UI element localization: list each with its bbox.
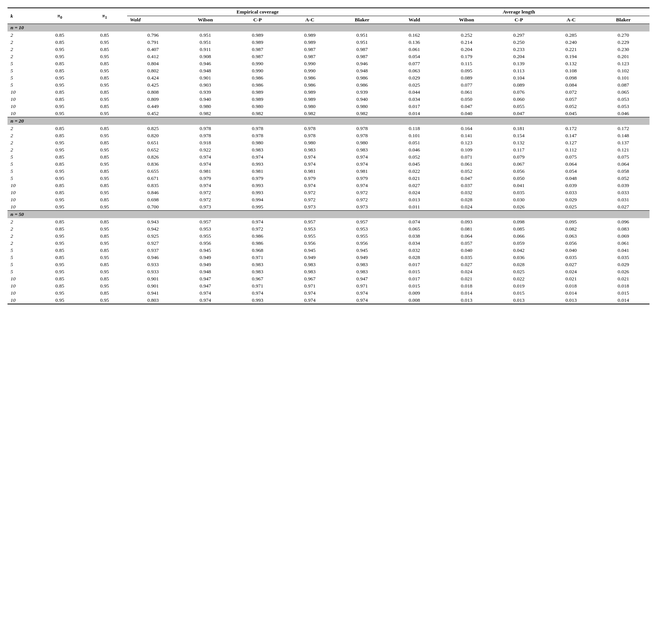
cell: 0.032 <box>441 189 493 196</box>
cell: 0.955 <box>284 232 336 240</box>
cell: 0.85 <box>82 289 127 297</box>
cell: 0.017 <box>388 275 440 282</box>
cell: 0.903 <box>179 81 231 88</box>
table-row: 50.850.950.8020.9480.9900.9900.9480.0630… <box>8 67 650 74</box>
table-row: 50.850.850.8260.9740.9740.9740.9740.0520… <box>8 153 650 160</box>
cell: 0.082 <box>545 225 597 232</box>
cell: 0.027 <box>597 203 650 211</box>
cell: 0.980 <box>231 139 284 146</box>
cell: 0.85 <box>82 218 127 225</box>
cell: 0.989 <box>231 39 284 46</box>
cell: 0.700 <box>127 203 179 211</box>
cell: 0.252 <box>441 31 493 39</box>
cell: 0.981 <box>179 168 231 175</box>
cell: 0.024 <box>441 203 493 211</box>
table-row: 20.950.950.6520.9220.9830.9830.9830.0460… <box>8 146 650 153</box>
cell: 5 <box>8 60 38 67</box>
cell: 0.939 <box>336 88 388 96</box>
cell: 2 <box>8 125 38 132</box>
cell: 5 <box>8 168 38 175</box>
cell: 0.948 <box>179 67 231 74</box>
cell: 0.154 <box>493 132 545 139</box>
cell: 0.983 <box>231 146 284 153</box>
cell: 0.980 <box>336 103 388 110</box>
cell: 0.137 <box>597 139 650 146</box>
cell: 10 <box>8 275 38 282</box>
cell: 0.058 <box>597 168 650 175</box>
cell: 0.026 <box>597 268 650 275</box>
cell: 0.95 <box>82 189 127 196</box>
cell: 0.956 <box>284 240 336 247</box>
cell: 0.033 <box>545 189 597 196</box>
cell: 0.024 <box>545 268 597 275</box>
cell: 0.046 <box>388 146 440 153</box>
cell: 0.945 <box>284 247 336 254</box>
cell: 0.974 <box>284 160 336 168</box>
cell: 0.077 <box>388 60 440 67</box>
cell: 0.990 <box>284 67 336 74</box>
cell: 0.117 <box>493 146 545 153</box>
cell: 0.85 <box>82 261 127 268</box>
cell: 0.85 <box>82 125 127 132</box>
cell: 0.651 <box>127 139 179 146</box>
cell: 0.986 <box>284 74 336 81</box>
cell: 0.986 <box>336 74 388 81</box>
cell: 0.986 <box>231 81 284 88</box>
cell: 0.061 <box>388 46 440 53</box>
table-row: 50.950.850.6550.9810.9810.9810.9810.0220… <box>8 168 650 175</box>
cell: 0.85 <box>82 232 127 240</box>
cell: 0.955 <box>336 232 388 240</box>
cell: 0.979 <box>179 175 231 182</box>
cell: 0.85 <box>82 182 127 189</box>
cell: 0.947 <box>179 275 231 282</box>
cell: 0.042 <box>493 247 545 254</box>
cell: 0.95 <box>38 53 82 60</box>
cell: 0.95 <box>38 232 82 240</box>
cell: 0.95 <box>38 240 82 247</box>
cell: 0.412 <box>127 53 179 60</box>
cell: 0.85 <box>38 31 82 39</box>
cell: 0.179 <box>441 53 493 60</box>
cell: 0.986 <box>231 74 284 81</box>
cell: 0.031 <box>597 196 650 203</box>
cell: 0.201 <box>597 53 650 60</box>
cell: 0.024 <box>388 189 440 196</box>
cell: 0.021 <box>597 275 650 282</box>
cell: 0.123 <box>597 60 650 67</box>
cell: 0.285 <box>545 31 597 39</box>
cell: 0.009 <box>388 289 440 297</box>
cell: 0.069 <box>597 232 650 240</box>
cell: 0.979 <box>231 175 284 182</box>
cell: 0.846 <box>127 189 179 196</box>
section-header-row: n = 50 <box>8 211 650 219</box>
cell: 0.967 <box>231 275 284 282</box>
col-ac-al-header: A-C <box>545 16 597 24</box>
cell: 0.987 <box>336 53 388 60</box>
cell: 0.85 <box>38 225 82 232</box>
cell: 0.945 <box>179 247 231 254</box>
cell: 0.85 <box>38 132 82 139</box>
cell: 0.981 <box>336 168 388 175</box>
table-row: 100.950.950.7000.9730.9950.9730.9730.011… <box>8 203 650 211</box>
cell: 0.978 <box>179 125 231 132</box>
cell: 0.040 <box>441 247 493 254</box>
cell: 10 <box>8 196 38 203</box>
cell: 10 <box>8 182 38 189</box>
cell: 0.018 <box>597 282 650 289</box>
cell: 0.95 <box>38 203 82 211</box>
cell: 0.85 <box>82 88 127 96</box>
col-pi0-header: π0 <box>38 8 82 24</box>
cell: 0.993 <box>231 189 284 196</box>
cell: 0.028 <box>493 261 545 268</box>
table-row: 20.850.850.7960.9510.9890.9890.9510.1620… <box>8 31 650 39</box>
cell: 0.052 <box>545 103 597 110</box>
cell: 0.029 <box>597 261 650 268</box>
cell: 0.972 <box>336 189 388 196</box>
cell: 0.820 <box>127 132 179 139</box>
cell: 2 <box>8 225 38 232</box>
cell: 0.809 <box>127 96 179 103</box>
cell: 5 <box>8 261 38 268</box>
cell: 0.032 <box>388 247 440 254</box>
cell: 0.081 <box>441 225 493 232</box>
col-cp-al-header: C-P <box>493 16 545 24</box>
